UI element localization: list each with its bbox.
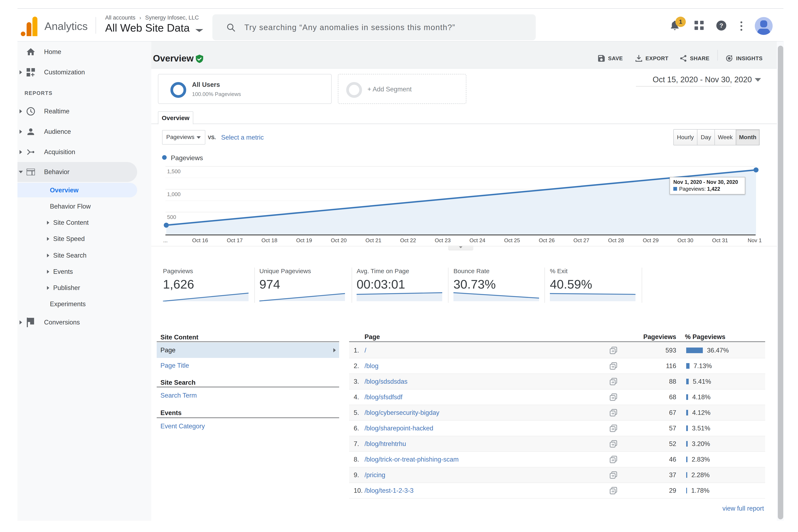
svg-text:Oct 18: Oct 18 [261,237,277,244]
svg-text:Oct 26: Oct 26 [539,237,555,244]
svg-text:Oct 29: Oct 29 [643,237,659,244]
svg-text:?: ? [720,22,723,29]
svg-text:Oct 16: Oct 16 [192,237,208,244]
svg-text:Oct 31: Oct 31 [712,237,728,244]
svg-text:500: 500 [167,214,176,220]
svg-text:Oct 28: Oct 28 [608,237,624,244]
svg-text:Oct 20: Oct 20 [331,237,347,244]
svg-text:Oct 25: Oct 25 [504,237,520,244]
svg-text:Oct 30: Oct 30 [678,237,693,244]
svg-text:1,500: 1,500 [167,168,181,174]
svg-text:1,000: 1,000 [167,191,181,197]
svg-text:Oct 19: Oct 19 [296,237,312,244]
svg-text:Oct 24: Oct 24 [469,237,485,244]
svg-text:Oct 17: Oct 17 [227,237,243,244]
svg-text:Oct 27: Oct 27 [573,237,589,244]
svg-text:...: ... [163,237,168,244]
svg-text:Oct 23: Oct 23 [435,237,451,244]
svg-text:Oct 21: Oct 21 [366,237,382,244]
svg-text:Nov 1: Nov 1 [748,237,762,244]
svg-text:Oct 22: Oct 22 [400,237,416,244]
